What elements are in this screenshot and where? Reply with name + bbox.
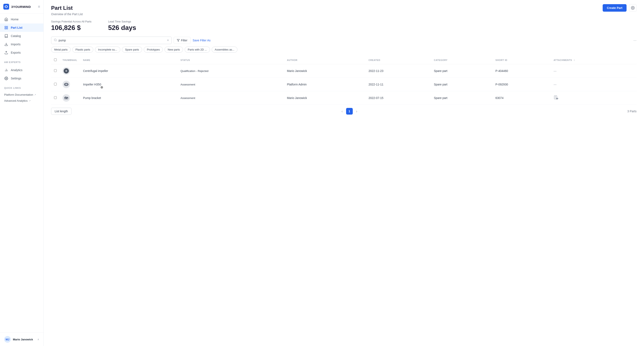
tag-incomplete-su[interactable]: Incomplete su... (95, 47, 120, 53)
row-2-checkbox[interactable] (54, 83, 57, 86)
sidebar-item-home[interactable]: Home (0, 15, 44, 24)
search-input[interactable] (58, 39, 165, 42)
stats-row: Savings Potential Across All Parts 106,8… (44, 16, 644, 32)
row-1-category: Spare part (431, 64, 492, 78)
imports-icon (4, 42, 8, 46)
row-1-thumb-img (62, 67, 70, 75)
save-filter-button[interactable]: Save Filter As (192, 39, 210, 42)
sidebar-item-label-imports: Imports (11, 43, 20, 46)
tag-spare-parts[interactable]: Spare parts (122, 47, 142, 53)
sidebar-item-label-home: Home (11, 18, 18, 21)
svg-rect-23 (65, 96, 66, 97)
user-profile[interactable]: MJ Mario Janowick ∧ (0, 332, 44, 346)
row-1-author: Mario Janowick (284, 64, 366, 78)
tag-parts-with-2d[interactable]: Parts with 2D ... (185, 47, 210, 53)
table-row: Centrifugal impeller Qualification - Rej… (51, 64, 636, 78)
row-2-status: Assessment (178, 78, 284, 91)
row-1-checkbox[interactable] (54, 69, 57, 72)
svg-marker-15 (177, 39, 180, 42)
sidebar-item-exports[interactable]: Exports (0, 49, 44, 57)
prev-page-button[interactable]: ‹ (340, 108, 344, 114)
sidebar-item-settings[interactable]: Settings (0, 74, 44, 83)
page-subtitle: Overview of the Part List (44, 12, 644, 16)
stat-savings-label: Savings Potential Across All Parts (51, 20, 92, 23)
part-list-icon (4, 26, 8, 30)
row-2-name[interactable]: Impeller H350 (80, 78, 178, 91)
tag-plastic-parts[interactable]: Plastic parts (72, 47, 93, 53)
sidebar-item-catalog[interactable]: Catalog (0, 32, 44, 40)
filter-button[interactable]: Filter (174, 37, 190, 44)
stat-savings-value: 106,826 $ (51, 24, 92, 32)
search-box[interactable]: × (51, 37, 172, 44)
sidebar-item-part-list[interactable]: Part List (0, 24, 44, 32)
quick-link-advanced-analytics[interactable]: Advanced Analytics ↗ (0, 98, 44, 104)
row-1-name[interactable]: Centrifugal impeller (80, 64, 178, 78)
quick-link-label-platform-docs: Platform Documentation (4, 93, 33, 96)
home-icon (4, 17, 8, 22)
row-3-thumb-img (62, 94, 70, 102)
tag-assemblies-as[interactable]: Assemblies as... (212, 47, 238, 53)
svg-rect-3 (7, 26, 8, 27)
tag-new-parts[interactable]: New parts (164, 47, 183, 53)
row-3-checkbox[interactable] (54, 96, 57, 99)
col-name[interactable]: NAME (80, 56, 178, 64)
create-part-button[interactable]: Create Part (603, 4, 626, 12)
app-logo-icon (3, 4, 9, 10)
row-1-status: Qualification - Rejected (178, 64, 284, 78)
svg-point-12 (632, 8, 634, 9)
row-2-thumbnail (60, 78, 80, 91)
select-all-checkbox[interactable] (54, 59, 57, 61)
more-options-button[interactable]: ··· (634, 38, 636, 43)
header-actions: Create Part (603, 4, 636, 12)
col-short-id: SHORT ID (492, 56, 551, 64)
main-content: Part List Create Part Overview of the Pa… (44, 0, 644, 346)
col-created: CREATED (366, 56, 431, 64)
search-clear-icon[interactable]: × (167, 39, 169, 42)
menu-icon[interactable]: ≡ (38, 5, 40, 9)
row-3-author: Mario Janowick (284, 91, 366, 105)
tag-metal-parts[interactable]: Metal parts (51, 47, 71, 53)
stat-lead-time-label: Lead Time Savings (108, 20, 136, 23)
quick-link-label-advanced-analytics: Advanced Analytics (4, 99, 28, 102)
svg-rect-24 (64, 98, 66, 99)
next-page-button[interactable]: › (354, 108, 359, 114)
svg-rect-5 (7, 28, 8, 29)
row-1-short-id: P-404460 (492, 64, 551, 78)
page-header: Part List Create Part (44, 0, 644, 12)
svg-point-11 (6, 78, 7, 79)
row-2-attachments: — (551, 78, 636, 91)
search-icon (54, 39, 57, 42)
analytics-icon (4, 68, 8, 72)
app-logo-text: 3YOURMIND (11, 5, 31, 9)
sidebar-item-label-settings: Settings (11, 77, 22, 80)
filter-tags-row: Metal parts Plastic parts Incomplete su.… (44, 44, 644, 53)
row-2-thumb-img (62, 81, 70, 88)
sidebar-item-label-analytics: Analytics (11, 68, 22, 72)
tag-prototypes[interactable]: Prototypes (144, 47, 163, 53)
settings-gear-button[interactable] (629, 4, 636, 12)
row-3-name[interactable]: Pump bracket (80, 91, 178, 105)
filter-label: Filter (181, 39, 188, 42)
table-footer: List length ‹ 1 › 3 Parts (44, 105, 644, 118)
table-row: Pump bracket Assessment Mario Janowick 2… (51, 91, 636, 105)
svg-rect-25 (67, 98, 68, 99)
svg-text:PDF: PDF (556, 98, 558, 99)
list-length-button[interactable]: List length (51, 108, 72, 115)
table-row: Impeller H350 Assessment Platform Admin … (51, 78, 636, 91)
svg-rect-4 (5, 28, 6, 29)
am-experts-label: AM EXPERTS (0, 59, 44, 64)
quick-links: Platform Documentation ↗ Advanced Analyt… (0, 90, 44, 105)
row-3-attachments: PDF (551, 91, 636, 105)
select-all-header (51, 56, 60, 64)
main-nav: Home Part List Catalog Imports Exports (0, 14, 44, 59)
sidebar: 3YOURMIND ≡ Home Part List Catalog Imp (0, 0, 44, 346)
sidebar-item-analytics[interactable]: Analytics (0, 66, 44, 74)
current-page-number[interactable]: 1 (346, 108, 353, 115)
row-3-status: Assessment (178, 91, 284, 105)
quick-link-platform-docs[interactable]: Platform Documentation ↗ (0, 92, 44, 98)
row-2-author: Platform Admin (284, 78, 366, 91)
sidebar-item-imports[interactable]: Imports (0, 40, 44, 49)
catalog-icon (4, 34, 8, 38)
row-3-short-id: 63074 (492, 91, 551, 105)
attachment-pdf-icon: PDF (554, 97, 558, 101)
